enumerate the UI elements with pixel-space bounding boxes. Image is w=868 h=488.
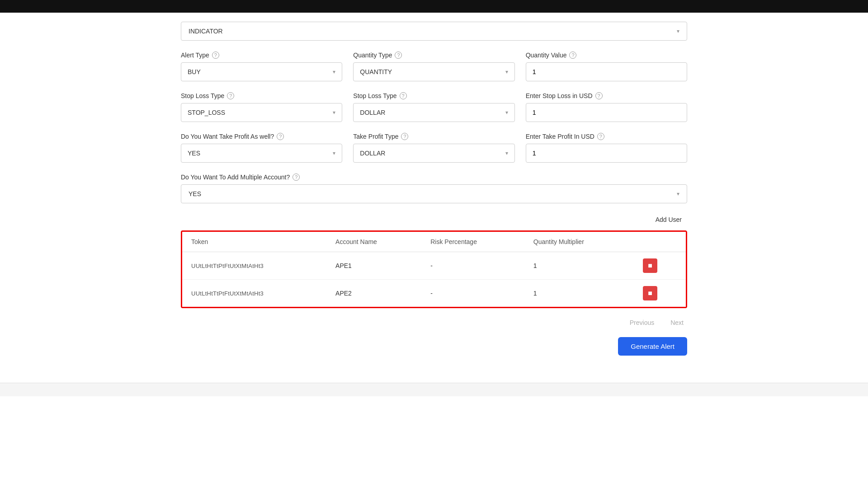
row2-token: UUtLtHtTtPtFtUtXtMtAtHt3 <box>182 280 326 307</box>
form-row-2: Stop Loss Type ? STOP_LOSS ▾ Stop Loss T… <box>181 92 687 122</box>
top-bar <box>0 0 868 13</box>
generate-alert-button[interactable]: Generate Alert <box>618 337 687 356</box>
quantity-value-label: Quantity Value ? <box>526 52 687 59</box>
alert-type-select[interactable]: BUY ▾ <box>181 62 342 81</box>
stop-loss-type2-chevron: ▾ <box>505 109 508 116</box>
indicator-label: INDICATOR <box>189 28 223 35</box>
take-profit-question-label: Do You Want Take Profit As well? ? <box>181 133 342 140</box>
col-quantity-multiplier: Quantity Multiplier <box>524 232 634 252</box>
take-profit-type-group: Take Profit Type ? DOLLAR ▾ <box>353 133 514 163</box>
stop-loss-type1-help[interactable]: ? <box>227 92 234 99</box>
enter-take-profit-help[interactable]: ? <box>597 133 604 140</box>
row2-account-name: APE2 <box>326 280 421 307</box>
col-actions <box>634 232 686 252</box>
alert-type-help[interactable]: ? <box>212 52 219 59</box>
take-profit-question-chevron: ▾ <box>333 150 335 156</box>
page-content: INDICATOR ▾ Alert Type ? BUY ▾ Quantity … <box>163 13 705 374</box>
take-profit-type-chevron: ▾ <box>505 150 508 156</box>
alert-type-label: Alert Type ? <box>181 52 342 59</box>
take-profit-type-label: Take Profit Type ? <box>353 133 514 140</box>
delete-icon: ■ <box>648 262 652 270</box>
stop-loss-type1-chevron: ▾ <box>333 109 335 116</box>
multiple-account-label: Do You Want To Add Multiple Account? ? <box>181 174 687 181</box>
row1-actions: ■ <box>634 252 686 280</box>
row1-token: UUtLtHtTtPtFtUtXtMtAtHt3 <box>182 252 326 280</box>
table-row: UUtLtHtTtPtFtUtXtMtAtHt3 APE1 - 1 ■ <box>182 252 686 280</box>
stop-loss-type2-group: Stop Loss Type ? DOLLAR ▾ <box>353 92 514 122</box>
indicator-chevron: ▾ <box>677 28 679 34</box>
add-user-button[interactable]: Add User <box>650 212 687 227</box>
enter-stop-loss-input[interactable] <box>526 103 687 122</box>
pagination-row: Previous Next <box>181 317 687 328</box>
alert-type-chevron: ▾ <box>333 69 335 75</box>
multiple-account-select[interactable]: YES ▾ <box>181 184 687 203</box>
stop-loss-type2-select[interactable]: DOLLAR ▾ <box>353 103 514 122</box>
quantity-type-help[interactable]: ? <box>395 52 402 59</box>
take-profit-type-help[interactable]: ? <box>401 133 408 140</box>
quantity-type-group: Quantity Type ? QUANTITY ▾ <box>353 52 514 81</box>
stop-loss-type1-group: Stop Loss Type ? STOP_LOSS ▾ <box>181 92 342 122</box>
quantity-value-input[interactable] <box>526 62 687 81</box>
delete-icon: ■ <box>648 289 652 297</box>
take-profit-type-select[interactable]: DOLLAR ▾ <box>353 144 514 163</box>
row1-quantity-multiplier: 1 <box>524 252 634 280</box>
form-row-1: Alert Type ? BUY ▾ Quantity Type ? QUANT… <box>181 52 687 81</box>
enter-take-profit-group: Enter Take Profit In USD ? <box>526 133 687 163</box>
add-user-row: Add User <box>181 212 687 227</box>
quantity-value-help[interactable]: ? <box>569 52 576 59</box>
bottom-bar <box>0 383 868 396</box>
row2-delete-button[interactable]: ■ <box>643 286 657 300</box>
enter-take-profit-input[interactable] <box>526 144 687 163</box>
enter-stop-loss-help[interactable]: ? <box>595 92 603 99</box>
col-risk-percentage: Risk Percentage <box>421 232 524 252</box>
multiple-account-help[interactable]: ? <box>292 174 300 181</box>
col-token: Token <box>182 232 326 252</box>
row1-risk-percentage: - <box>421 252 524 280</box>
take-profit-question-group: Do You Want Take Profit As well? ? YES ▾ <box>181 133 342 163</box>
table-header-row: Token Account Name Risk Percentage Quant… <box>182 232 686 252</box>
previous-button[interactable]: Previous <box>626 317 658 328</box>
take-profit-question-select[interactable]: YES ▾ <box>181 144 342 163</box>
stop-loss-type2-help[interactable]: ? <box>400 92 407 99</box>
table-row: UUtLtHtTtPtFtUtXtMtAtHt3 APE2 - 1 ■ <box>182 280 686 307</box>
quantity-type-select[interactable]: QUANTITY ▾ <box>353 62 514 81</box>
row2-quantity-multiplier: 1 <box>524 280 634 307</box>
take-profit-question-help[interactable]: ? <box>277 133 284 140</box>
enter-stop-loss-group: Enter Stop Loss in USD ? <box>526 92 687 122</box>
form-row-3: Do You Want Take Profit As well? ? YES ▾… <box>181 133 687 163</box>
quantity-type-label: Quantity Type ? <box>353 52 514 59</box>
quantity-value-group: Quantity Value ? <box>526 52 687 81</box>
users-table-container: Token Account Name Risk Percentage Quant… <box>181 230 687 308</box>
quantity-type-chevron: ▾ <box>505 69 508 75</box>
alert-type-group: Alert Type ? BUY ▾ <box>181 52 342 81</box>
next-button[interactable]: Next <box>667 317 687 328</box>
multiple-account-group: Do You Want To Add Multiple Account? ? Y… <box>181 174 687 203</box>
stop-loss-type2-label: Stop Loss Type ? <box>353 92 514 99</box>
enter-stop-loss-label: Enter Stop Loss in USD ? <box>526 92 687 99</box>
row1-account-name: APE1 <box>326 252 421 280</box>
row1-delete-button[interactable]: ■ <box>643 258 657 273</box>
enter-take-profit-label: Enter Take Profit In USD ? <box>526 133 687 140</box>
indicator-dropdown[interactable]: INDICATOR ▾ <box>181 22 687 41</box>
multiple-account-chevron: ▾ <box>677 191 679 197</box>
row2-risk-percentage: - <box>421 280 524 307</box>
stop-loss-type1-select[interactable]: STOP_LOSS ▾ <box>181 103 342 122</box>
generate-row: Generate Alert <box>181 337 687 356</box>
users-table: Token Account Name Risk Percentage Quant… <box>182 232 686 307</box>
col-account-name: Account Name <box>326 232 421 252</box>
row2-actions: ■ <box>634 280 686 307</box>
stop-loss-type1-label: Stop Loss Type ? <box>181 92 342 99</box>
